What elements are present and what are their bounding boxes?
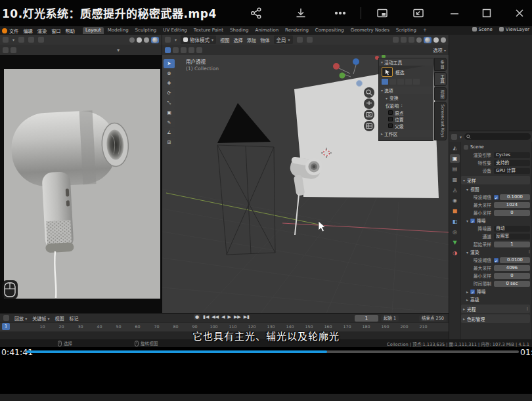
tab-tool[interactable]: 工具 [434, 72, 447, 85]
scene-properties-tab[interactable]: ◬ [450, 186, 460, 194]
more-icon[interactable] [334, 7, 347, 20]
workspace-panel-header[interactable]: ▸工作区 [379, 130, 433, 137]
show-overlays-icon[interactable] [401, 37, 407, 43]
current-frame-field[interactable]: 1 [355, 315, 378, 322]
maximize-icon[interactable] [480, 7, 493, 20]
tool-variant[interactable] [413, 79, 420, 85]
solid-shading-active[interactable] [424, 37, 432, 43]
prev-keyframe-button[interactable]: ◀◀ [211, 314, 219, 320]
next-keyframe-button[interactable]: ▶▶ [234, 314, 241, 320]
view-menu[interactable]: 视图 [55, 315, 64, 322]
solid-shading-icon[interactable] [137, 37, 142, 43]
render-properties-tab[interactable]: ▣ [450, 154, 460, 163]
noise-threshold-value[interactable]: 0.1000 [500, 194, 530, 200]
annotate-tool[interactable]: ✎ [164, 118, 175, 127]
material-properties-tab[interactable]: ◑ [450, 249, 460, 257]
tab-view[interactable]: 视图 [434, 87, 447, 100]
workspace-tab[interactable]: Texture Paint [191, 27, 226, 34]
physics-properties-tab[interactable]: ◎ [450, 228, 460, 236]
passes-select[interactable]: 反照率 [494, 234, 530, 240]
min-samples-render-value[interactable]: 0 [494, 273, 530, 279]
rendered-shading-icon[interactable] [441, 37, 446, 43]
tool-variant-active[interactable] [382, 79, 388, 85]
keying-menu[interactable]: 关键帧 ▾ [32, 315, 49, 322]
workspace-tab[interactable]: Scripting [393, 27, 419, 34]
cursor-tool[interactable]: ⊕ [164, 69, 175, 78]
pin-window-icon[interactable] [412, 7, 425, 20]
color-management-section[interactable]: ▸色彩管理 [461, 314, 530, 323]
render-subsection[interactable]: ▾渲染⁞ [461, 248, 530, 256]
active-tool-panel-header[interactable]: ▾活动工具 [379, 58, 433, 66]
workspace-tab[interactable]: Layout [83, 27, 104, 34]
checkbox[interactable] [388, 123, 393, 128]
move-tool[interactable]: ✥ [164, 79, 175, 88]
jump-end-button[interactable]: ▶▮ [244, 314, 250, 320]
workspace-tab[interactable]: + [420, 27, 430, 34]
proportional-icon[interactable] [38, 37, 44, 43]
editor-type-icon[interactable] [451, 134, 457, 140]
progress-bar[interactable] [26, 350, 519, 353]
workspace-tab[interactable]: Rendering [282, 27, 311, 34]
share-icon[interactable] [250, 7, 263, 20]
time-limit-value[interactable]: 0 sec [494, 281, 530, 287]
marker-menu[interactable]: 标记 [70, 315, 79, 322]
snap-icon[interactable] [28, 37, 34, 43]
denoise-checkbox[interactable]: ✓ [470, 219, 475, 223]
tab-screencast-keys[interactable]: Screencast Keys [434, 102, 447, 140]
transform-subheader[interactable]: ▾变换 [379, 94, 433, 102]
active-tool-button[interactable] [382, 67, 393, 77]
mode-selector[interactable]: 物体模式▾ [181, 35, 216, 44]
scene-selector[interactable]: Scene [472, 27, 493, 32]
viewlayer-properties-tab[interactable]: ▦ [450, 175, 460, 184]
noise-threshold-checkbox[interactable]: ✓ [494, 195, 499, 200]
viewport-option-icon[interactable]: ▾ [117, 47, 120, 53]
jump-start-button[interactable]: ▮◀ [203, 314, 209, 320]
max-samples-value[interactable]: 1024 [494, 202, 530, 208]
menu-item[interactable]: 文件 [9, 28, 18, 34]
add-cube-tool[interactable]: ⊞ [164, 138, 175, 147]
output-properties-tab[interactable]: ▤ [450, 165, 460, 173]
transform-tool[interactable]: ▣ [164, 108, 175, 117]
denoiser-select[interactable]: 自动 [494, 226, 530, 232]
autokey-button[interactable]: ● [194, 314, 200, 320]
advanced-subsection[interactable]: ▸高级 [461, 295, 530, 303]
material-shading-icon[interactable] [144, 37, 149, 43]
noise-threshold-render-value[interactable]: 0.0100 [500, 257, 530, 263]
orientation-selector[interactable]: 全局▾ [274, 35, 293, 44]
select-mode-icon[interactable] [173, 47, 179, 53]
gizmo-icon[interactable] [11, 47, 16, 53]
workspace-tab[interactable]: UV Editing [160, 27, 190, 34]
modifier-properties-tab[interactable]: ◧ [450, 217, 460, 226]
data-properties-tab[interactable]: ▼ [450, 238, 460, 247]
denoise-subsection[interactable]: ▾✓降噪 [461, 217, 530, 224]
show-gizmo-icon[interactable] [393, 37, 399, 43]
select-mode-active-icon[interactable] [165, 47, 171, 53]
tool-icon[interactable] [18, 37, 24, 43]
menu-item[interactable]: 窗口 [51, 28, 60, 34]
download-icon[interactable] [294, 7, 307, 20]
world-properties-tab[interactable]: ◉ [450, 196, 460, 205]
select-mode-icon[interactable] [188, 47, 194, 53]
menu-select[interactable]: 选择 [233, 37, 242, 43]
start-sample-value[interactable]: 1 [494, 242, 530, 247]
denoise-render-checkbox[interactable]: ✓ [470, 289, 475, 294]
proportional-edit-icon[interactable] [307, 37, 313, 43]
denoise-collapsed-subsection[interactable]: ▸✓降噪 [461, 287, 530, 295]
object-properties-tab[interactable]: ■ [450, 207, 460, 215]
tool-variant[interactable] [389, 79, 396, 85]
timeline-editor-icon[interactable] [3, 315, 9, 321]
xray-icon[interactable] [409, 37, 414, 43]
properties-search-input[interactable] [464, 133, 531, 140]
snap-magnet-icon[interactable] [297, 37, 303, 43]
overlay-icon[interactable] [3, 47, 9, 53]
workspace-tab[interactable]: Sculpting [133, 27, 160, 34]
wireframe-shading-icon[interactable] [416, 37, 422, 43]
tab-item[interactable]: 条目 [434, 58, 447, 71]
menu-item[interactable]: 编辑 [23, 28, 32, 34]
workspace-tab[interactable]: Shading [227, 27, 251, 34]
play-button[interactable]: ▶ [228, 314, 231, 320]
checkbox-row[interactable]: 原点 [388, 110, 433, 116]
menu-object[interactable]: 物体 [260, 37, 269, 43]
noise-threshold-render-checkbox[interactable]: ✓ [494, 258, 499, 263]
measure-tool[interactable]: ∠ [164, 128, 175, 137]
